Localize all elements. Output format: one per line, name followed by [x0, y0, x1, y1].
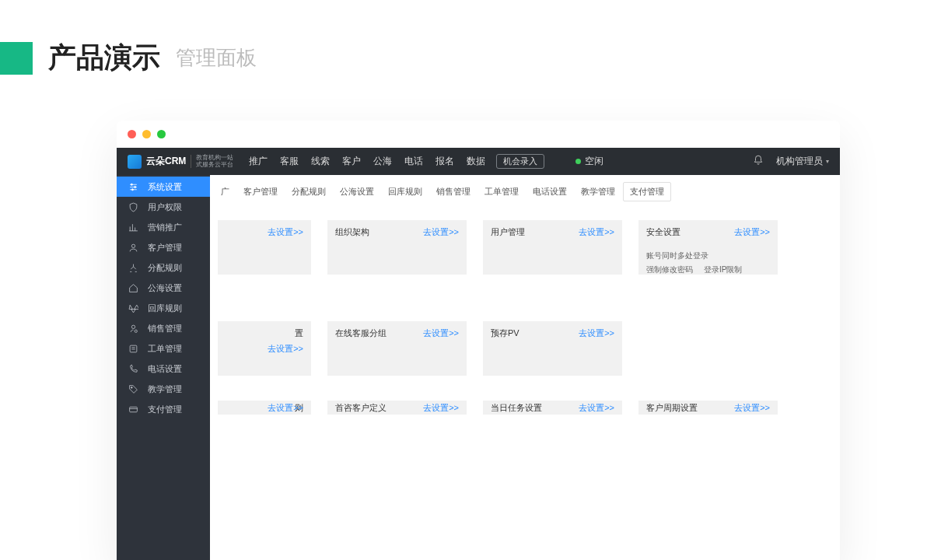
sidebar-item-publicpool[interactable]: 公海设置	[117, 278, 210, 298]
sidebar-item-label: 销售管理	[148, 323, 182, 334]
sidebar-item-distribution[interactable]: 分配规则	[117, 257, 210, 278]
sidebar-item-system-settings[interactable]: 系统设置	[117, 177, 210, 197]
card-sub-list: 账号同时多处登录	[646, 249, 770, 263]
svg-point-4	[131, 325, 135, 328]
logo-mark-icon	[128, 155, 142, 169]
tab-publicpool[interactable]: 公海设置	[334, 183, 380, 201]
svg-point-5	[135, 330, 137, 332]
tab-customer[interactable]: 客户管理	[237, 183, 284, 201]
record-opportunity-button[interactable]: 机会录入	[496, 154, 544, 169]
cards-row-3: 则 去设置>> 首咨客户定义 去设置>> 当日任务设置 去设置>> 客户周期设置…	[218, 401, 840, 415]
sidebar-item-customer[interactable]: 客户管理	[117, 237, 210, 257]
tab-recycle[interactable]: 回库规则	[382, 183, 429, 201]
minimize-icon[interactable]	[142, 130, 151, 138]
topnav-item[interactable]: 报名	[436, 155, 454, 168]
card-link[interactable]: 去设置>>	[423, 402, 459, 414]
maximize-icon[interactable]	[157, 130, 166, 138]
close-icon[interactable]	[128, 130, 136, 138]
card-link[interactable]: 去设置>>	[268, 402, 303, 414]
tab-distribution[interactable]: 分配规则	[285, 183, 332, 201]
card-icon	[128, 404, 138, 415]
sidebar-item-phone[interactable]: 电话设置	[117, 359, 210, 379]
sidebar-item-label: 公海设置	[148, 282, 182, 294]
card-link[interactable]: 去设置>>	[268, 226, 303, 238]
notification-icon[interactable]	[753, 155, 764, 168]
card-link[interactable]: 去设置>>	[423, 327, 459, 339]
window-traffic-lights	[117, 121, 840, 148]
page-title: 产品演示	[48, 39, 160, 77]
tab-sales[interactable]: 销售管理	[430, 183, 477, 201]
cards-container: 去设置>> 组织架构 去设置>> 用户管理 去设置>> 安全设置 去设置>>	[210, 203, 840, 415]
settings-card[interactable]: 置 去设置>>	[218, 321, 311, 376]
tab-teaching[interactable]: 教学管理	[575, 183, 621, 201]
topnav-item[interactable]: 客户	[342, 155, 361, 168]
sidebar-item-label: 回库规则	[148, 303, 182, 314]
topnav-item[interactable]: 推广	[249, 155, 268, 168]
logo[interactable]: 云朵CRM 教育机构一站 式服务云平台	[128, 155, 233, 169]
topbar-right: 机构管理员 ▾	[753, 155, 829, 168]
sidebar-item-label: 用户权限	[148, 201, 182, 213]
sidebar-item-label: 客户管理	[148, 242, 182, 254]
app-window: 云朵CRM 教育机构一站 式服务云平台 推广 客服 线索 客户 公海 电话 报名…	[117, 121, 840, 560]
page-subtitle: 管理面板	[176, 44, 257, 72]
sidebar-item-ticket[interactable]: 工单管理	[117, 338, 210, 359]
tab-phone[interactable]: 电话设置	[526, 183, 573, 201]
settings-card-cycle[interactable]: 客户周期设置 去设置>>	[638, 401, 778, 415]
distribute-icon	[128, 262, 138, 273]
tab-payment[interactable]: 支付管理	[623, 182, 671, 201]
settings-card-user[interactable]: 用户管理 去设置>>	[483, 220, 622, 275]
settings-card-first-consult[interactable]: 首咨客户定义 去设置>>	[327, 401, 467, 415]
settings-card[interactable]: 去设置>>	[218, 220, 311, 275]
ticket-icon	[128, 343, 138, 354]
shield-icon	[128, 201, 138, 212]
settings-card-pv[interactable]: 预存PV 去设置>>	[483, 321, 622, 376]
svg-point-2	[131, 188, 133, 190]
sidebar-item-user-permission[interactable]: 用户权限	[117, 197, 210, 217]
card-link[interactable]: 去设置>>	[734, 402, 770, 414]
settings-card-security[interactable]: 安全设置 去设置>> 账号同时多处登录 强制修改密码 登录IP限制	[638, 220, 778, 275]
chart-icon	[128, 222, 138, 233]
card-title-partial: 置	[226, 327, 303, 339]
svg-point-1	[134, 186, 135, 187]
settings-card-online-group[interactable]: 在线客服分组 去设置>>	[327, 321, 467, 376]
card-link[interactable]: 去设置>>	[268, 343, 303, 355]
tab-ticket[interactable]: 工单管理	[478, 183, 525, 201]
sidebar-item-recycle[interactable]: 回库规则	[117, 298, 210, 318]
svg-point-0	[131, 184, 132, 185]
card-sub-item[interactable]: 强制修改密码	[646, 263, 693, 277]
sidebar-item-teaching[interactable]: 教学管理	[117, 379, 210, 399]
svg-point-3	[131, 244, 135, 247]
user-menu[interactable]: 机构管理员 ▾	[776, 155, 829, 168]
settings-card[interactable]: 则 去设置>>	[218, 401, 311, 415]
logo-text: 云朵CRM	[146, 155, 186, 168]
logo-tagline: 教育机构一站 式服务云平台	[191, 155, 233, 169]
topnav-item[interactable]: 电话	[404, 155, 423, 168]
status-indicator[interactable]: 空闲	[575, 155, 603, 168]
phone-icon	[128, 363, 138, 374]
topnav-item[interactable]: 数据	[467, 155, 485, 168]
sidebar-item-marketing[interactable]: 营销推广	[117, 217, 210, 237]
sidebar-item-sales[interactable]: 销售管理	[117, 318, 210, 338]
page-header: 产品演示 管理面板	[0, 0, 941, 77]
tab-partial[interactable]: 广	[215, 183, 236, 201]
card-sub-item[interactable]: 账号同时多处登录	[646, 249, 708, 263]
card-link[interactable]: 去设置>>	[579, 402, 614, 414]
topnav-item[interactable]: 公海	[373, 155, 392, 168]
tabs-row: 广 客户管理 分配规则 公海设置 回库规则 销售管理 工单管理 电话设置 教学管…	[210, 175, 840, 203]
card-link[interactable]: 去设置>>	[423, 226, 459, 238]
status-label: 空闲	[585, 155, 603, 168]
card-link[interactable]: 去设置>>	[579, 327, 614, 339]
settings-card-daily-task[interactable]: 当日任务设置 去设置>>	[483, 401, 622, 415]
settings-card-org[interactable]: 组织架构 去设置>>	[327, 220, 467, 275]
topnav-item[interactable]: 客服	[280, 155, 299, 168]
content-area: 广 客户管理 分配规则 公海设置 回库规则 销售管理 工单管理 电话设置 教学管…	[210, 175, 840, 560]
card-link[interactable]: 去设置>>	[734, 226, 770, 238]
card-link[interactable]: 去设置>>	[579, 226, 614, 238]
sidebar-item-payment[interactable]: 支付管理	[117, 399, 210, 419]
cards-row-1: 去设置>> 组织架构 去设置>> 用户管理 去设置>> 安全设置 去设置>>	[218, 220, 840, 275]
home-icon	[128, 282, 138, 293]
sidebar-item-label: 分配规则	[148, 262, 182, 274]
settings-sliders-icon	[128, 181, 138, 192]
topnav-item[interactable]: 线索	[311, 155, 330, 168]
card-sub-item[interactable]: 登录IP限制	[704, 263, 742, 277]
